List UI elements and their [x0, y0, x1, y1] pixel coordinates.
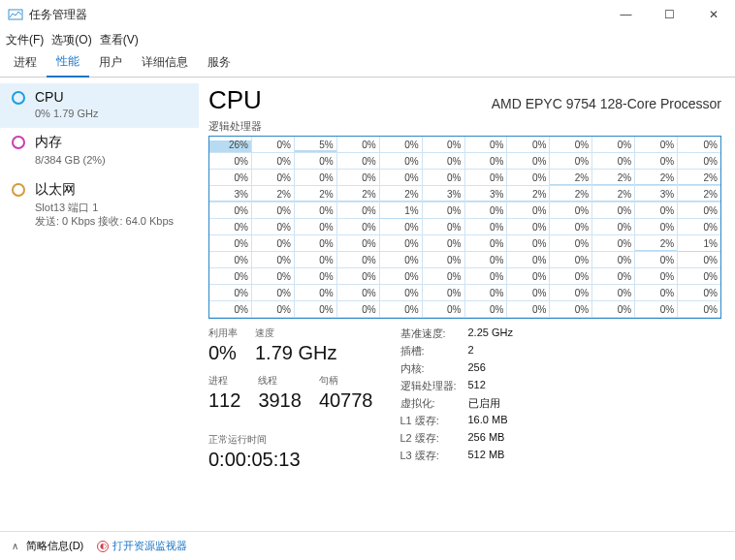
core-cell: 0%	[295, 301, 337, 318]
core-cell: 0%	[252, 219, 295, 235]
core-cell: 0%	[678, 137, 720, 153]
core-cell: 2%	[550, 186, 592, 202]
detail-row: L1 缓存:16.0 MB	[400, 414, 513, 428]
core-cell: 0%	[337, 170, 380, 186]
svg-rect-0	[9, 10, 22, 19]
core-cell: 0%	[423, 170, 465, 186]
stat-uptime: 正常运行时间 0:00:05:13	[208, 421, 373, 471]
cpu-details: 基准速度:2.25 GHz插槽:2内核:256逻辑处理器:512虚拟化:已启用L…	[400, 327, 513, 471]
brief-info-link[interactable]: 简略信息(D)	[26, 539, 83, 553]
core-cell: 0%	[337, 301, 380, 318]
core-cell: 0%	[337, 285, 380, 301]
core-cell: 0%	[252, 153, 295, 170]
tab-bar: 进程性能用户详细信息服务	[0, 50, 735, 78]
core-cell: 0%	[507, 301, 550, 318]
eth-icon	[12, 183, 25, 197]
menu-bar: 文件(F) 选项(O) 查看(V)	[0, 29, 735, 50]
stat-utilization: 利用率 0%	[208, 327, 238, 364]
core-cell: 0%	[507, 285, 550, 301]
core-cell: 0%	[507, 170, 550, 186]
core-cell: 0%	[337, 219, 380, 235]
core-cell: 0%	[295, 285, 337, 301]
maximize-button[interactable]: ☐	[648, 0, 691, 29]
core-cell: 0%	[295, 153, 337, 170]
minimize-button[interactable]: —	[604, 0, 648, 29]
core-cell: 0%	[252, 235, 295, 252]
resource-monitor-link[interactable]: ◐ 打开资源监视器	[97, 539, 187, 553]
core-cell: 0%	[423, 301, 465, 318]
chevron-up-icon: ∧	[12, 541, 18, 551]
core-cell: 0%	[465, 137, 508, 153]
core-cell: 0%	[592, 285, 635, 301]
core-cell: 0%	[592, 153, 635, 170]
footer-bar: ∧ 简略信息(D) ◐ 打开资源监视器	[0, 531, 735, 560]
core-cell: 0%	[507, 137, 550, 153]
core-cell: 0%	[295, 170, 337, 186]
window-controls: — ☐ ✕	[604, 0, 735, 29]
core-cell: 0%	[635, 268, 678, 285]
sidebar-item-cpu[interactable]: CPU0% 1.79 GHz	[0, 83, 199, 128]
close-button[interactable]: ✕	[691, 0, 735, 29]
core-cell: 0%	[423, 285, 465, 301]
core-cell: 2%	[295, 186, 337, 202]
core-cell: 0%	[380, 235, 423, 252]
core-cell: 0%	[678, 285, 720, 301]
core-cell: 0%	[423, 235, 465, 252]
tab-1[interactable]: 性能	[47, 48, 89, 78]
core-cell: 0%	[209, 252, 252, 268]
core-cell: 2%	[380, 186, 423, 202]
tab-0[interactable]: 进程	[4, 49, 47, 77]
sidebar-title: 内存	[35, 134, 106, 151]
detail-row: 虚拟化:已启用	[400, 396, 513, 411]
core-cell: 0%	[550, 202, 592, 219]
sidebar-item-mem[interactable]: 内存8/384 GB (2%)	[0, 128, 199, 174]
core-cell: 0%	[209, 301, 252, 318]
core-cell: 0%	[507, 268, 550, 285]
core-cell: 3%	[635, 186, 678, 202]
stat-processes: 进程 112	[208, 374, 240, 412]
core-grid[interactable]: 26%0%5%0%0%0%0%0%0%0%0%0%0%0%0%0%0%0%0%0…	[208, 136, 721, 319]
core-cell: 0%	[380, 170, 423, 186]
core-cell: 0%	[465, 252, 508, 268]
core-cell: 0%	[507, 252, 550, 268]
cpu-model: AMD EPYC 9754 128-Core Processor	[492, 96, 721, 111]
core-cell: 0%	[678, 202, 720, 219]
core-cell: 0%	[592, 301, 635, 318]
core-cell: 0%	[678, 268, 720, 285]
tab-4[interactable]: 服务	[198, 49, 240, 77]
resource-monitor-icon: ◐	[97, 541, 109, 552]
core-cell: 0%	[550, 285, 592, 301]
core-cell: 2%	[550, 170, 592, 186]
graph-label: 逻辑处理器	[208, 119, 721, 134]
core-cell: 3%	[465, 186, 508, 202]
core-cell: 0%	[507, 153, 550, 170]
core-cell: 2%	[635, 170, 678, 186]
sidebar-sub: 8/384 GB (2%)	[35, 153, 106, 167]
core-cell: 0%	[635, 153, 678, 170]
core-cell: 0%	[337, 252, 380, 268]
core-cell: 0%	[423, 153, 465, 170]
detail-row: 基准速度:2.25 GHz	[400, 327, 513, 341]
menu-file[interactable]: 文件(F)	[6, 32, 44, 48]
core-cell: 0%	[592, 219, 635, 235]
sidebar-sub: 0% 1.79 GHz	[35, 107, 98, 120]
core-cell: 0%	[252, 268, 295, 285]
tab-3[interactable]: 详细信息	[132, 49, 198, 77]
core-cell: 0%	[550, 252, 592, 268]
stat-speed: 速度 1.79 GHz	[255, 327, 336, 364]
menu-options[interactable]: 选项(O)	[51, 32, 91, 48]
core-cell: 0%	[592, 137, 635, 153]
detail-row: L3 缓存:512 MB	[400, 449, 513, 463]
sidebar-item-eth[interactable]: 以太网Slot13 端口 1 发送: 0 Kbps 接收: 64.0 Kbps	[0, 175, 199, 236]
core-cell: 26%	[209, 137, 252, 153]
core-cell: 0%	[465, 170, 508, 186]
core-cell: 0%	[337, 268, 380, 285]
menu-view[interactable]: 查看(V)	[100, 32, 139, 48]
core-cell: 0%	[380, 252, 423, 268]
core-cell: 0%	[465, 268, 508, 285]
core-cell: 0%	[423, 252, 465, 268]
core-cell: 3%	[423, 186, 465, 202]
core-cell: 0%	[209, 170, 252, 186]
core-cell: 0%	[635, 252, 678, 268]
tab-2[interactable]: 用户	[89, 49, 132, 77]
